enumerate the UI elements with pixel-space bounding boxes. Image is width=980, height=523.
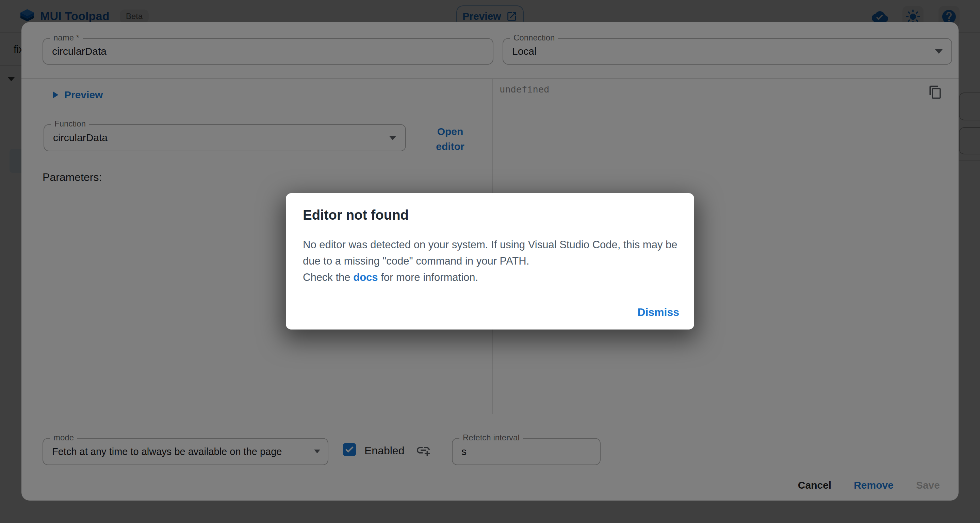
app-root: MUI Toolpad Beta Preview [0, 0, 980, 523]
dialog-body-text: No editor was detected on your system. I… [303, 239, 678, 267]
editor-not-found-dialog: Editor not found No editor was detected … [286, 193, 694, 330]
dialog-check-suffix: for more information. [378, 271, 479, 283]
dialog-check-prefix: Check the [303, 271, 353, 283]
dismiss-button[interactable]: Dismiss [637, 306, 679, 319]
dialog-title: Editor not found [303, 208, 409, 223]
docs-link[interactable]: docs [353, 271, 378, 283]
dialog-body: No editor was detected on your system. I… [303, 237, 679, 286]
